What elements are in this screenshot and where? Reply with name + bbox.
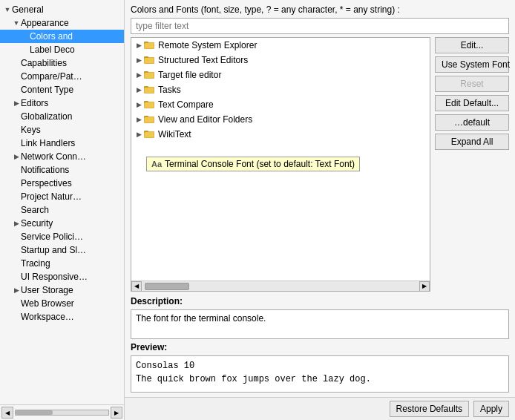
preview-box: Consolas 10 The quick brown fox jumps ov… bbox=[131, 355, 509, 393]
tree-item-view-editor[interactable]: ▶View and Editor Folders bbox=[131, 112, 430, 127]
sidebar-item-capabilities[interactable]: Capabilities bbox=[0, 56, 124, 70]
sidebar-item-link-handlers[interactable]: Link Handlers bbox=[0, 137, 124, 150]
tree-arrow-view-editor: ▶ bbox=[134, 116, 143, 123]
tree-folder-icon-text-compare bbox=[143, 99, 155, 111]
scrollbar-right-btn[interactable]: ▶ bbox=[419, 281, 430, 292]
sidebar-item-project-nature[interactable]: Project Natur… bbox=[0, 190, 124, 203]
content-header: Colors and Fonts (font, size, type, ? = … bbox=[125, 0, 515, 18]
sidebar: ▼General▼AppearanceColors andLabel DecoC… bbox=[0, 0, 125, 420]
sidebar-item-service-polici[interactable]: Service Polici… bbox=[0, 230, 124, 243]
content-area: Colors and Fonts (font, size, type, ? = … bbox=[125, 0, 515, 420]
tree-label-target-file: Target file editor bbox=[158, 70, 221, 80]
sidebar-item-label-deco[interactable]: Label Deco bbox=[0, 43, 124, 56]
sidebar-label-project-nature: Project Natur… bbox=[21, 191, 82, 202]
middle-section: ▶Remote System Explorer▶Structured Text … bbox=[125, 37, 515, 292]
sidebar-item-user-storage[interactable]: ▶User Storage bbox=[0, 283, 124, 297]
svg-rect-5 bbox=[145, 58, 154, 63]
tree-list[interactable]: ▶Remote System Explorer▶Structured Text … bbox=[131, 38, 430, 280]
description-box: The font for the terminal console. bbox=[131, 309, 509, 339]
sidebar-item-search[interactable]: Search bbox=[0, 203, 124, 217]
apply-button[interactable]: Apply bbox=[473, 401, 509, 417]
sidebar-label-tracing: Tracing bbox=[21, 258, 50, 269]
tree-arrow-tasks: ▶ bbox=[134, 86, 143, 93]
filter-input[interactable] bbox=[131, 18, 509, 34]
sidebar-item-colors-and[interactable]: Colors and bbox=[0, 30, 124, 43]
sidebar-label-link-handlers: Link Handlers bbox=[21, 138, 75, 148]
sidebar-item-general[interactable]: ▼General bbox=[0, 3, 124, 16]
tree-label-structured-text: Structured Text Editors bbox=[158, 55, 248, 65]
sidebar-nav: ◀ ▶ bbox=[0, 404, 124, 420]
sidebar-item-globalization[interactable]: Globalization bbox=[0, 110, 124, 123]
tree-folder-icon-structured-text bbox=[143, 54, 155, 66]
tree-item-text-compare[interactable]: ▶Text Compare bbox=[131, 97, 430, 112]
sidebar-arrow-editors: ▶ bbox=[12, 99, 21, 107]
tree-folder-icon-remote-system bbox=[143, 39, 155, 51]
footer-bar: Restore Defaults Apply bbox=[125, 397, 515, 420]
sidebar-label-appearance: Appearance bbox=[21, 18, 69, 28]
sidebar-item-workspace[interactable]: Workspace… bbox=[0, 310, 124, 324]
sidebar-right-arrow[interactable]: ▶ bbox=[111, 407, 122, 419]
reset-button[interactable]: Reset bbox=[435, 76, 509, 92]
aa-icon: Aa bbox=[151, 160, 162, 168]
sidebar-item-perspectives[interactable]: Perspectives bbox=[0, 177, 124, 190]
sidebar-arrow-general: ▼ bbox=[3, 6, 12, 13]
restore-defaults-button[interactable]: Restore Defaults bbox=[390, 401, 469, 417]
tree-folder-icon-view-editor bbox=[143, 114, 155, 125]
tree-item-tasks[interactable]: ▶Tasks bbox=[131, 82, 430, 97]
preview-line2: The quick brown fox jumps over the lazy … bbox=[136, 373, 504, 386]
sidebar-item-notifications[interactable]: Notifications bbox=[0, 163, 124, 177]
tree-label-wikitext: WikiText bbox=[158, 129, 191, 140]
tree-folder-icon-wikitext bbox=[143, 128, 155, 140]
default-button[interactable]: …default bbox=[435, 114, 509, 131]
page-title: Colors and Fonts (font, size, type, ? = … bbox=[131, 4, 400, 15]
use-system-font-button[interactable]: Use System Font bbox=[435, 56, 509, 73]
tree-folder-icon-tasks bbox=[143, 84, 155, 96]
sidebar-label-workspace: Workspace… bbox=[21, 312, 74, 322]
sidebar-label-capabilities: Capabilities bbox=[21, 58, 67, 68]
tree-arrow-target-file: ▶ bbox=[134, 71, 143, 79]
svg-rect-2 bbox=[145, 43, 154, 48]
sidebar-left-arrow[interactable]: ◀ bbox=[1, 407, 13, 419]
scrollbar-left-btn[interactable]: ◀ bbox=[131, 281, 142, 292]
sidebar-arrow-network-conn: ▶ bbox=[12, 153, 21, 160]
scrollbar-h-track bbox=[142, 281, 419, 292]
tooltip-popup: Aa Terminal Console Font (set to default… bbox=[146, 157, 360, 171]
sidebar-label-perspectives: Perspectives bbox=[21, 178, 72, 188]
sidebar-item-editors[interactable]: ▶Editors bbox=[0, 96, 124, 110]
sidebar-item-startup-sl[interactable]: Startup and Sl… bbox=[0, 243, 124, 257]
sidebar-label-colors-and: Colors and bbox=[30, 31, 73, 42]
tree-item-target-file[interactable]: ▶Target file editor bbox=[131, 68, 430, 82]
sidebar-item-security[interactable]: ▶Security bbox=[0, 217, 124, 230]
sidebar-label-web-browser: Web Browser bbox=[21, 298, 74, 309]
tree-panel: ▶Remote System Explorer▶Structured Text … bbox=[131, 37, 430, 292]
edit-default-button[interactable]: Edit Default... bbox=[435, 95, 509, 111]
description-text: The font for the terminal console. bbox=[136, 313, 266, 324]
expand-all-button[interactable]: Expand All bbox=[435, 134, 509, 150]
sidebar-content[interactable]: ▼General▼AppearanceColors andLabel DecoC… bbox=[0, 0, 124, 404]
sidebar-item-keys[interactable]: Keys bbox=[0, 123, 124, 137]
tree-scrollbar-h: ◀ ▶ bbox=[131, 280, 430, 291]
tree-item-remote-system[interactable]: ▶Remote System Explorer bbox=[131, 38, 430, 53]
sidebar-item-compare-patch[interactable]: Compare/Pat… bbox=[0, 70, 124, 83]
sidebar-item-web-browser[interactable]: Web Browser bbox=[0, 297, 124, 310]
sidebar-label-label-deco: Label Deco bbox=[30, 45, 75, 55]
sidebar-item-network-conn[interactable]: ▶Network Conn… bbox=[0, 150, 124, 163]
sidebar-item-ui-responsive[interactable]: UI Responsive… bbox=[0, 270, 124, 283]
tree-arrow-wikitext: ▶ bbox=[134, 131, 143, 138]
svg-rect-8 bbox=[145, 73, 154, 78]
scrollbar-h-thumb[interactable] bbox=[145, 283, 189, 290]
sidebar-item-appearance[interactable]: ▼Appearance bbox=[0, 16, 124, 30]
tree-arrow-remote-system: ▶ bbox=[134, 42, 143, 49]
sidebar-label-network-conn: Network Conn… bbox=[21, 151, 86, 162]
tree-item-wikitext[interactable]: ▶WikiText bbox=[131, 127, 430, 142]
edit-button[interactable]: Edit... bbox=[435, 37, 509, 53]
tree-arrow-structured-text: ▶ bbox=[134, 56, 143, 64]
sidebar-label-compare-patch: Compare/Pat… bbox=[21, 71, 82, 82]
preview-line1: Consolas 10 bbox=[136, 359, 504, 373]
sidebar-item-content-type[interactable]: Content Type bbox=[0, 83, 124, 96]
right-buttons: Edit... Use System Font Reset Edit Defau… bbox=[435, 37, 509, 292]
sidebar-item-tracing[interactable]: Tracing bbox=[0, 257, 124, 270]
sidebar-label-service-polici: Service Polici… bbox=[21, 232, 83, 242]
tree-item-structured-text[interactable]: ▶Structured Text Editors bbox=[131, 53, 430, 68]
sidebar-arrow-security: ▶ bbox=[12, 220, 21, 227]
